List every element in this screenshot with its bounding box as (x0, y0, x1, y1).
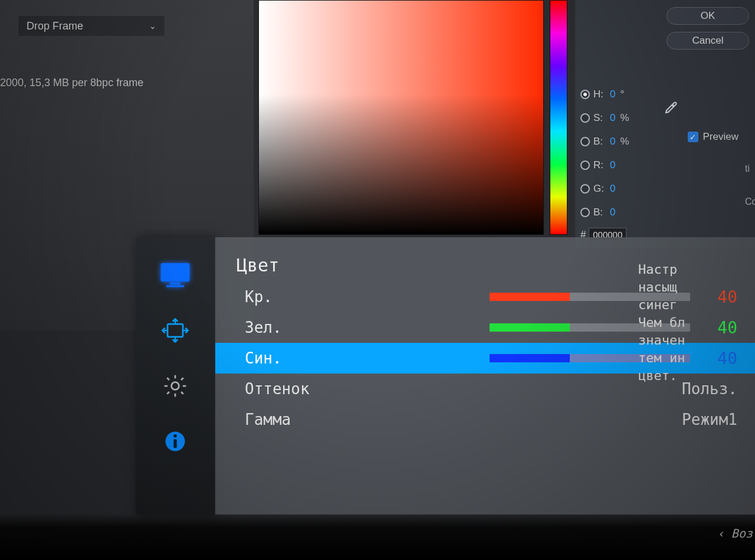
radio-icon (580, 161, 590, 170)
osd-tab-display[interactable] (158, 261, 192, 289)
osd-tab-info[interactable] (158, 427, 192, 456)
svg-rect-3 (168, 324, 183, 337)
drop-frame-select[interactable]: Drop Frame ⌄ (18, 15, 165, 37)
svg-rect-2 (166, 285, 184, 287)
osd-tab-geometry[interactable] (158, 316, 192, 345)
radio-icon (580, 137, 590, 146)
svg-point-6 (173, 434, 177, 438)
osd-tab-settings[interactable] (158, 372, 192, 400)
truncated-side-text: ti Cop (745, 161, 755, 210)
svg-point-4 (172, 382, 179, 390)
r-row[interactable]: R: 0 (580, 153, 651, 177)
svg-rect-0 (161, 264, 189, 281)
osd-bottom-hint: ‹ Воз (717, 526, 753, 541)
monitor-bezel (0, 513, 755, 560)
frame-info-text: 2000, 15,3 MB per 8bpc frame (0, 77, 143, 89)
cancel-button[interactable]: Cancel (667, 32, 749, 50)
radio-icon (580, 113, 590, 123)
color-picker-field[interactable] (258, 0, 544, 235)
preview-label: Preview (703, 131, 738, 143)
eyedropper-icon[interactable] (664, 100, 678, 114)
preview-checkbox-row[interactable]: ✓ Preview (688, 131, 738, 143)
chevron-down-icon: ⌄ (149, 21, 156, 31)
osd-help-text: Настр насыщ синег Чем бл значен тем ин ц… (638, 261, 755, 385)
osd-sidebar (136, 237, 215, 515)
ok-button[interactable]: OK (667, 7, 749, 25)
color-model-values: H: 0 ° S: 0 % B: 0 % R: 0 G: 0 B: (580, 83, 651, 241)
radio-selected-icon (580, 90, 590, 99)
svg-rect-7 (173, 439, 177, 448)
brightness-row[interactable]: B: 0 % (580, 130, 651, 153)
b-row[interactable]: B: 0 (580, 201, 651, 224)
g-row[interactable]: G: 0 (580, 177, 651, 201)
hue-row[interactable]: H: 0 ° (580, 83, 651, 106)
drop-frame-label: Drop Frame (27, 20, 83, 32)
radio-icon (580, 184, 590, 194)
radio-icon (580, 208, 590, 217)
saturation-row[interactable]: S: 0 % (580, 106, 651, 130)
osd-row-gamma[interactable]: Гамма Режим1 (215, 404, 755, 435)
hue-slider[interactable] (550, 0, 567, 235)
svg-rect-1 (170, 283, 180, 284)
checkbox-checked-icon: ✓ (688, 132, 698, 142)
